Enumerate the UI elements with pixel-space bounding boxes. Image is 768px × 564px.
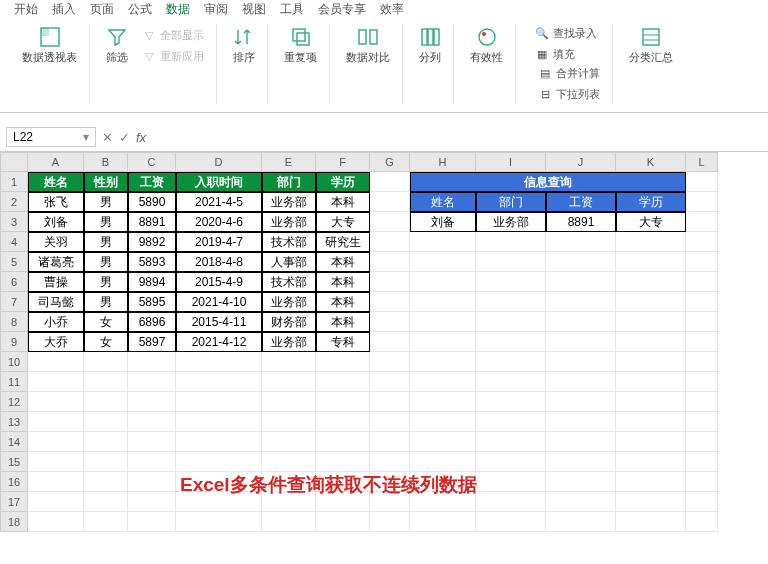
cell[interactable]: 女 (84, 312, 128, 332)
cell[interactable] (476, 312, 546, 332)
cell[interactable] (28, 512, 84, 532)
cell[interactable]: 业务部 (262, 192, 316, 212)
cell[interactable] (616, 392, 686, 412)
merge-button[interactable]: ▤合并计算 (534, 64, 604, 83)
cell[interactable]: 诸葛亮 (28, 252, 84, 272)
cell[interactable] (410, 512, 476, 532)
cell[interactable]: 2021-4-5 (176, 192, 262, 212)
cell[interactable] (476, 472, 546, 492)
cell[interactable]: 技术部 (262, 232, 316, 252)
row-header[interactable]: 14 (0, 432, 28, 452)
tab-insert[interactable]: 插入 (52, 1, 76, 18)
filter-button[interactable]: 筛选 (102, 24, 132, 67)
cell[interactable] (616, 252, 686, 272)
cell[interactable] (616, 372, 686, 392)
cell[interactable]: 2018-4-8 (176, 252, 262, 272)
cell[interactable]: 张飞 (28, 192, 84, 212)
cell[interactable]: 本科 (316, 252, 370, 272)
cell[interactable] (546, 412, 616, 432)
cell[interactable] (28, 472, 84, 492)
cancel-icon[interactable]: ✕ (102, 130, 113, 145)
cell[interactable] (686, 192, 718, 212)
cell[interactable] (546, 472, 616, 492)
showall-button[interactable]: ▽全部显示 (138, 26, 208, 45)
row-header[interactable]: 2 (0, 192, 28, 212)
cell[interactable] (370, 352, 410, 372)
row-header[interactable]: 11 (0, 372, 28, 392)
cell[interactable] (84, 372, 128, 392)
cell[interactable] (370, 412, 410, 432)
cell[interactable] (476, 232, 546, 252)
row-header[interactable]: 13 (0, 412, 28, 432)
cell[interactable] (616, 292, 686, 312)
cell[interactable] (84, 432, 128, 452)
cell[interactable] (546, 292, 616, 312)
cell[interactable] (370, 292, 410, 312)
cell[interactable]: 专科 (316, 332, 370, 352)
cell[interactable] (316, 412, 370, 432)
cell[interactable] (476, 252, 546, 272)
cell[interactable]: 8891 (128, 212, 176, 232)
cell[interactable] (686, 352, 718, 372)
col-header[interactable]: L (686, 152, 718, 172)
cell[interactable]: 关羽 (28, 232, 84, 252)
cell[interactable] (686, 492, 718, 512)
cell[interactable]: 大专 (316, 212, 370, 232)
cell[interactable] (546, 312, 616, 332)
cell[interactable] (28, 452, 84, 472)
cell[interactable] (616, 472, 686, 492)
cell[interactable] (176, 512, 262, 532)
cell[interactable] (370, 252, 410, 272)
cell[interactable] (370, 432, 410, 452)
cell[interactable] (476, 332, 546, 352)
split-button[interactable]: 分列 (415, 24, 445, 67)
cell[interactable] (128, 412, 176, 432)
cell[interactable] (546, 452, 616, 472)
cell[interactable]: 2015-4-11 (176, 312, 262, 332)
formula-input[interactable] (152, 128, 762, 147)
row-header[interactable]: 8 (0, 312, 28, 332)
cell[interactable]: 入职时间 (176, 172, 262, 192)
col-header[interactable]: G (370, 152, 410, 172)
cell[interactable] (316, 452, 370, 472)
cell[interactable] (370, 172, 410, 192)
cell[interactable] (128, 472, 176, 492)
cell[interactable] (84, 492, 128, 512)
cell[interactable]: 业务部 (476, 212, 546, 232)
col-header[interactable]: J (546, 152, 616, 172)
check-icon[interactable]: ✓ (119, 130, 130, 145)
tab-page[interactable]: 页面 (90, 1, 114, 18)
row-header[interactable]: 18 (0, 512, 28, 532)
col-header[interactable]: B (84, 152, 128, 172)
cell[interactable] (476, 372, 546, 392)
cell[interactable] (128, 372, 176, 392)
cell[interactable] (370, 512, 410, 532)
cell[interactable]: 技术部 (262, 272, 316, 292)
cell[interactable]: 工资 (546, 192, 616, 212)
cell[interactable] (686, 172, 718, 192)
cell[interactable] (546, 492, 616, 512)
cell[interactable] (176, 372, 262, 392)
valid-button[interactable]: 有效性 (466, 24, 507, 67)
cell[interactable] (128, 512, 176, 532)
cell[interactable] (262, 352, 316, 372)
cell[interactable] (686, 392, 718, 412)
cell[interactable]: 男 (84, 192, 128, 212)
cell[interactable]: 大专 (616, 212, 686, 232)
cell[interactable] (370, 332, 410, 352)
tab-data[interactable]: 数据 (166, 1, 190, 18)
cell[interactable] (616, 312, 686, 332)
cell[interactable]: 刘备 (410, 212, 476, 232)
cell[interactable] (616, 332, 686, 352)
cell[interactable] (546, 392, 616, 412)
cell[interactable]: 女 (84, 332, 128, 352)
cell[interactable]: 本科 (316, 312, 370, 332)
cell[interactable] (370, 452, 410, 472)
cell[interactable]: 人事部 (262, 252, 316, 272)
cell[interactable] (28, 492, 84, 512)
cell[interactable]: 部门 (476, 192, 546, 212)
cell[interactable] (546, 432, 616, 452)
cell[interactable] (686, 252, 718, 272)
cell[interactable] (686, 512, 718, 532)
sort-button[interactable]: 排序 (229, 24, 259, 67)
